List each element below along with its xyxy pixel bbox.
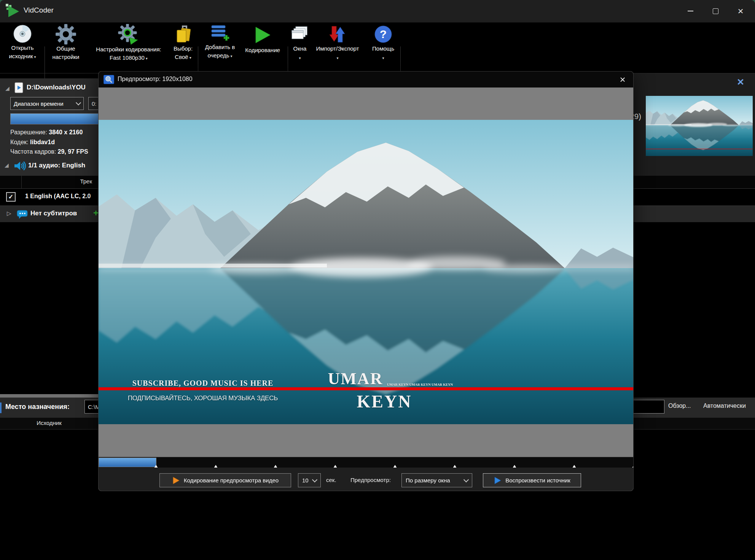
codec-info: Кодек: libdav1d	[10, 139, 55, 146]
subtitles-icon	[17, 210, 28, 220]
encode-preview-label: Кодирование предпросмотра видео	[184, 477, 279, 484]
preview-control-bar: Кодирование предпросмотра видео 10 сек. …	[99, 468, 634, 491]
help-label: Помощь	[372, 45, 394, 53]
blue-play-icon	[494, 476, 502, 485]
preview-dialog: Предпросмотр: 1920x1080 ×	[98, 71, 634, 491]
dropdown-caret-icon: ▾	[190, 56, 191, 60]
add-to-queue-button[interactable]: Добавить в очередь▾	[199, 22, 241, 60]
range-start-value: 0:	[92, 100, 97, 107]
preview-video-frame: SUBSCRIBE, GOOD MUSIC IS HERE ПОДПИСЫВАЙ…	[646, 96, 753, 156]
picker-button[interactable]: Выбор: Своё▾	[170, 22, 196, 60]
main-toolbar: Открыть исходник▾	[0, 22, 755, 73]
browse-button[interactable]: Обзор...	[668, 402, 691, 409]
general-settings-button[interactable]: Общие настройки	[46, 22, 86, 60]
gear-icon	[56, 24, 76, 45]
horizontal-splitter[interactable]	[0, 394, 98, 398]
vidcoder-window: VidCoder × Открыть исходник▾	[0, 0, 755, 560]
orange-play-icon	[172, 476, 180, 485]
audio-track-label: 1 English (AAC LC, 2.0	[25, 193, 91, 200]
open-source-button[interactable]: Открыть исходник▾	[2, 22, 43, 60]
import-export-button[interactable]: Импорт/Экспорт ▾	[309, 22, 366, 60]
windows-menu-button[interactable]: Окна ▾	[288, 22, 311, 60]
dropdown-caret-icon: ▾	[382, 56, 384, 60]
picker-folders-icon	[174, 24, 193, 45]
dropdown-caret-icon: ▾	[146, 56, 148, 60]
preview-pane-close-button[interactable]: ✕	[737, 77, 744, 88]
add-subtitle-button[interactable]: +	[93, 208, 99, 218]
speaker-icon	[14, 161, 26, 171]
open-source-disc-icon	[13, 24, 32, 44]
preview-dialog-title: Предпросмотр: 1920x1080	[118, 76, 193, 83]
range-slider[interactable]	[10, 113, 99, 124]
open-source-label-2: исходник▾	[9, 52, 36, 61]
encoding-preset-label: Fast 1080p30▾	[110, 54, 148, 63]
preview-seconds-dropdown[interactable]: 10	[298, 473, 321, 487]
windows-menu-label: Окна	[293, 45, 307, 53]
import-export-arrows-icon	[328, 24, 347, 45]
seek-progress-fill	[99, 458, 156, 467]
dropdown-caret-icon: ▾	[34, 55, 36, 59]
preview-dialog-titlebar: Предпросмотр: 1920x1080 ×	[99, 72, 633, 88]
chevron-down-icon	[76, 100, 81, 105]
overlay-subscribe-ru: ПОДПИСЫВАЙТЕСЬ, ХОРОШАЯ МУЗЫКА ЗДЕСЬ	[121, 395, 285, 402]
chevron-down-icon	[312, 477, 317, 482]
encode-preview-button[interactable]: Кодирование предпросмотра видео	[159, 473, 291, 487]
track-column-header[interactable]: Трек	[21, 178, 92, 185]
vidcoder-logo-icon	[5, 3, 21, 19]
add-queue-label-2: очередь▾	[207, 51, 232, 60]
expander-closed-icon[interactable]: ▷	[7, 210, 11, 217]
range-mode-value: Диапазон времени	[14, 100, 64, 107]
source-panel: ◢ D:\Downloads\YOU Диапазон времени 0: Р…	[0, 78, 98, 176]
encode-button[interactable]: Кодирование	[240, 22, 285, 60]
preview-video-frame: SUBSCRIBE, GOOD MUSIC IS HERE ПОДПИСЫВАЙ…	[99, 120, 634, 424]
source-file-row[interactable]: ◢ D:\Downloads\YOU	[0, 81, 98, 94]
play-source-button[interactable]: Воспроизвести источник	[483, 473, 581, 487]
source-path: D:\Downloads\YOU	[27, 84, 86, 91]
check-icon: ✓	[8, 193, 13, 200]
maximize-button[interactable]	[705, 3, 726, 19]
subtitles-label: Нет субтитров	[30, 210, 77, 217]
audio-section-label: 1/1 аудио: English	[28, 162, 85, 169]
queue-source-column-header[interactable]: Исходник	[0, 420, 98, 426]
encoding-settings-label: Настройки кодирования:	[96, 45, 161, 54]
preview-fit-label: Предпросмотр:	[350, 477, 391, 483]
expander-open-icon[interactable]: ◢	[5, 85, 10, 91]
range-mode-dropdown[interactable]: Диапазон времени	[10, 97, 84, 110]
help-menu-button[interactable]: ? Помощь ▾	[367, 22, 400, 60]
maximize-icon	[713, 8, 718, 14]
audio-section-header[interactable]: ◢ 1/1 аудио: English	[0, 159, 98, 173]
import-export-label: Импорт/Экспорт	[316, 45, 359, 53]
encode-play-icon	[253, 24, 272, 46]
dropdown-caret-icon: ▾	[299, 56, 301, 60]
seconds-unit-label: сек.	[326, 477, 336, 483]
windows-stack-icon	[290, 24, 309, 45]
chevron-down-icon	[464, 477, 469, 482]
add-queue-label-1: Добавить в	[205, 43, 235, 51]
focus-marker	[0, 402, 2, 413]
audio-track-checkbox[interactable]: ✓	[6, 192, 16, 202]
play-source-label: Воспроизвести источник	[505, 477, 570, 484]
dropdown-caret-icon: ▾	[231, 54, 233, 58]
preview-dialog-close-button[interactable]: ×	[616, 73, 629, 86]
preview-seek-bar[interactable]	[99, 457, 634, 468]
open-source-label-1: Открыть	[11, 44, 34, 52]
resolution-info: Разрешение: 3840 x 2160	[10, 129, 83, 136]
preview-fit-dropdown[interactable]: По размеру окна	[401, 473, 472, 487]
source-thumbnail: SUBSCRIBE, GOOD MUSIC IS HERE ПОДПИСЫВАЙ…	[646, 96, 753, 156]
expander-open-icon[interactable]: ◢	[5, 162, 9, 168]
encoding-settings-button[interactable]: Настройки кодирования: Fast 1080p30▾	[87, 22, 170, 60]
gear-encode-icon	[118, 24, 139, 45]
overlay-subscribe-en: SUBSCRIBE, GOOD MUSIC IS HERE	[121, 379, 285, 388]
minimize-button[interactable]	[680, 3, 701, 19]
encode-label: Кодирование	[245, 46, 280, 54]
preview-fit-value: По размеру окна	[406, 477, 450, 484]
dropdown-caret-icon: ▾	[336, 56, 338, 60]
video-file-icon	[14, 82, 24, 93]
close-icon: ×	[737, 7, 743, 15]
framerate-info: Частота кадров: 29, 97 FPS	[10, 148, 88, 155]
overlay-small-credits: UMAR KEYN UMAR KEYN UMAR KEYN	[387, 383, 453, 387]
overlay-red-line	[646, 149, 753, 150]
auto-name-button[interactable]: Автоматически	[703, 402, 746, 409]
title-bar: VidCoder ×	[0, 0, 755, 22]
close-button[interactable]: ×	[730, 3, 751, 19]
